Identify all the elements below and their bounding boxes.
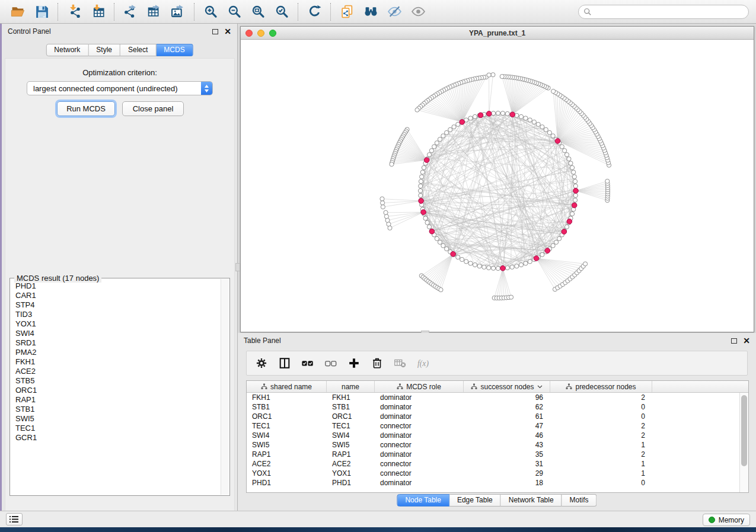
- column-header-shared-name[interactable]: shared name: [247, 381, 327, 392]
- tab-select[interactable]: Select: [120, 44, 156, 56]
- cell-MCDS-role[interactable]: dominator: [375, 431, 464, 440]
- open-file-button[interactable]: [6, 2, 30, 22]
- cell-successor-nodes[interactable]: 47: [464, 421, 550, 431]
- zoom-in-button[interactable]: [199, 2, 222, 22]
- cell-predecessor-nodes[interactable]: 0: [550, 412, 652, 421]
- cell-shared-name[interactable]: YOX1: [247, 469, 327, 478]
- table-settings-button[interactable]: [253, 354, 270, 372]
- cell-predecessor-nodes[interactable]: 2: [550, 450, 652, 459]
- cell-predecessor-nodes[interactable]: 1: [550, 440, 652, 450]
- mcds-result-item[interactable]: CAR1: [11, 291, 220, 300]
- table-row[interactable]: TEC1TEC1connector472: [247, 421, 739, 431]
- cell-shared-name[interactable]: RAP1: [247, 450, 327, 459]
- cell-name[interactable]: SWI4: [327, 431, 375, 440]
- table-row[interactable]: SWI4SWI4dominator462: [247, 431, 739, 440]
- zoom-out-button[interactable]: [222, 2, 246, 22]
- mcds-result-item[interactable]: GCR1: [11, 433, 220, 443]
- cell-MCDS-role[interactable]: dominator: [375, 412, 464, 421]
- table-row[interactable]: RAP1RAP1dominator352: [247, 450, 739, 459]
- tab-style[interactable]: Style: [88, 44, 120, 56]
- cell-name[interactable]: ACE2: [327, 459, 375, 469]
- cell-successor-nodes[interactable]: 29: [464, 469, 550, 478]
- column-header-successor-nodes[interactable]: successor nodes: [464, 381, 550, 392]
- cell-successor-nodes[interactable]: 62: [464, 402, 550, 412]
- cell-predecessor-nodes[interactable]: 0: [550, 478, 652, 488]
- export-network-button[interactable]: [119, 2, 142, 22]
- mcds-result-item[interactable]: FKH1: [11, 357, 220, 367]
- vertical-splitter-handle[interactable]: [235, 263, 240, 271]
- mcds-result-item[interactable]: STP4: [11, 300, 220, 310]
- mcds-result-item[interactable]: TID3: [11, 310, 220, 319]
- float-table-panel-icon[interactable]: [731, 338, 737, 344]
- cell-shared-name[interactable]: SWI4: [247, 431, 327, 440]
- cell-predecessor-nodes[interactable]: 1: [550, 459, 652, 469]
- first-neighbors-button[interactable]: [359, 2, 382, 22]
- table-row[interactable]: FKH1FKH1dominator962: [247, 393, 739, 402]
- mcds-result-item[interactable]: PMA2: [11, 348, 220, 357]
- cell-successor-nodes[interactable]: 35: [464, 450, 550, 459]
- mcds-result-item[interactable]: SWI4: [11, 329, 220, 338]
- search-input[interactable]: [592, 7, 744, 17]
- column-header-predecessor-nodes[interactable]: predecessor nodes: [550, 381, 652, 392]
- network-canvas[interactable]: [241, 40, 754, 332]
- refresh-button[interactable]: [302, 2, 326, 22]
- column-header-MCDS-role[interactable]: MCDS role: [375, 381, 464, 392]
- mcds-result-item[interactable]: PHD1: [11, 281, 220, 291]
- cell-name[interactable]: YOX1: [327, 469, 375, 478]
- cell-MCDS-role[interactable]: connector: [375, 440, 464, 450]
- close-table-panel-icon[interactable]: ✕: [743, 338, 750, 344]
- run-mcds-button[interactable]: Run MCDS: [57, 101, 115, 116]
- table-row[interactable]: ORC1ORC1dominator610: [247, 412, 739, 421]
- status-menu-button[interactable]: [6, 513, 23, 525]
- delete-columns-button[interactable]: [368, 354, 386, 372]
- mcds-result-item[interactable]: YOX1: [11, 319, 220, 329]
- import-table-button[interactable]: [86, 2, 110, 22]
- save-session-button[interactable]: [30, 2, 53, 22]
- hide-selected-button[interactable]: [382, 2, 406, 22]
- cell-successor-nodes[interactable]: 96: [464, 393, 550, 402]
- cell-predecessor-nodes[interactable]: 0: [550, 402, 652, 412]
- select-all-rows-button[interactable]: [299, 354, 317, 372]
- tab-mcds[interactable]: MCDS: [156, 44, 193, 56]
- cell-shared-name[interactable]: PHD1: [247, 478, 327, 488]
- table-scrollbar[interactable]: [739, 393, 748, 492]
- cell-predecessor-nodes[interactable]: 2: [550, 393, 652, 402]
- export-image-button[interactable]: [166, 2, 190, 22]
- cell-MCDS-role[interactable]: dominator: [375, 450, 464, 459]
- cell-shared-name[interactable]: STB1: [247, 402, 327, 412]
- zoom-fit-button[interactable]: [246, 2, 270, 22]
- cell-name[interactable]: FKH1: [327, 393, 375, 402]
- cell-shared-name[interactable]: SWI5: [247, 440, 327, 450]
- table-row[interactable]: STB1STB1dominator620: [247, 402, 739, 412]
- memory-button[interactable]: Memory: [703, 514, 750, 526]
- cell-MCDS-role[interactable]: connector: [375, 469, 464, 478]
- cell-MCDS-role[interactable]: dominator: [375, 478, 464, 488]
- cell-predecessor-nodes[interactable]: 2: [550, 421, 652, 431]
- column-header-name[interactable]: name: [327, 381, 375, 392]
- cell-name[interactable]: RAP1: [327, 450, 375, 459]
- toggle-columns-button[interactable]: [276, 354, 294, 372]
- clone-network-button[interactable]: [335, 2, 359, 22]
- import-network-button[interactable]: [62, 2, 86, 22]
- cell-MCDS-role[interactable]: dominator: [375, 402, 464, 412]
- tab-network[interactable]: Network: [46, 44, 88, 56]
- close-panel-icon[interactable]: ✕: [224, 28, 231, 34]
- cell-name[interactable]: STB1: [327, 402, 375, 412]
- cell-name[interactable]: ORC1: [327, 412, 375, 421]
- deselect-all-rows-button[interactable]: [322, 354, 340, 372]
- optimization-select[interactable]: largest connected component (undirected): [27, 81, 213, 95]
- cell-predecessor-nodes[interactable]: 2: [550, 431, 652, 440]
- table-scrollbar-thumb[interactable]: [741, 395, 747, 466]
- mcds-result-item[interactable]: STB5: [11, 376, 220, 386]
- cell-name[interactable]: SWI5: [327, 440, 375, 450]
- tab-motifs[interactable]: Motifs: [562, 494, 597, 507]
- cell-shared-name[interactable]: ACE2: [247, 459, 327, 469]
- cell-MCDS-role[interactable]: dominator: [375, 393, 464, 402]
- cell-successor-nodes[interactable]: 43: [464, 440, 550, 450]
- tab-node-table[interactable]: Node Table: [397, 494, 449, 507]
- cell-shared-name[interactable]: FKH1: [247, 393, 327, 402]
- cell-shared-name[interactable]: ORC1: [247, 412, 327, 421]
- mcds-result-item[interactable]: TEC1: [11, 424, 220, 433]
- search-box[interactable]: [578, 5, 749, 19]
- mcds-result-scrollbar[interactable]: [221, 279, 229, 495]
